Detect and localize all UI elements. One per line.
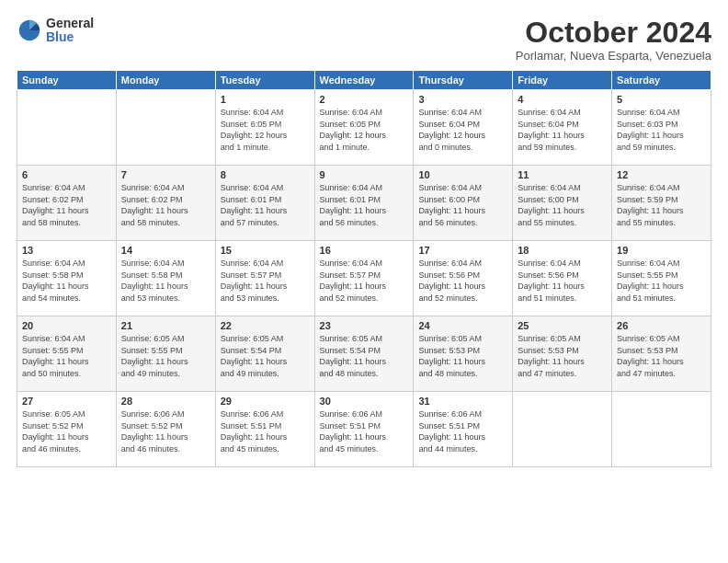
day-cell-4-1: 28Sunrise: 6:06 AM Sunset: 5:52 PM Dayli… (116, 392, 215, 467)
day-cell-4-4: 31Sunrise: 6:06 AM Sunset: 5:51 PM Dayli… (414, 392, 513, 467)
header-thursday: Thursday (414, 71, 513, 90)
day-number: 26 (617, 320, 706, 331)
day-cell-1-5: 11Sunrise: 6:04 AM Sunset: 6:00 PM Dayli… (513, 166, 612, 241)
day-cell-4-2: 29Sunrise: 6:06 AM Sunset: 5:51 PM Dayli… (215, 392, 314, 467)
day-number: 28 (121, 396, 210, 407)
day-cell-1-4: 10Sunrise: 6:04 AM Sunset: 6:00 PM Dayli… (414, 166, 513, 241)
day-number: 2 (320, 94, 409, 105)
day-cell-0-2: 1Sunrise: 6:04 AM Sunset: 6:05 PM Daylig… (215, 90, 314, 166)
day-cell-3-2: 22Sunrise: 6:05 AM Sunset: 5:54 PM Dayli… (215, 316, 314, 392)
day-cell-4-0: 27Sunrise: 6:05 AM Sunset: 5:52 PM Dayli… (17, 392, 117, 467)
day-number: 5 (617, 94, 706, 105)
header-saturday: Saturday (612, 71, 711, 90)
day-cell-2-4: 17Sunrise: 6:04 AM Sunset: 5:56 PM Dayli… (414, 241, 513, 316)
day-number: 16 (320, 245, 409, 256)
day-cell-0-0 (17, 90, 117, 166)
day-info: Sunrise: 6:04 AM Sunset: 6:04 PM Dayligh… (418, 107, 507, 153)
day-info: Sunrise: 6:05 AM Sunset: 5:54 PM Dayligh… (320, 333, 409, 379)
calendar-table: Sunday Monday Tuesday Wednesday Thursday… (17, 70, 711, 467)
header-row: Sunday Monday Tuesday Wednesday Thursday… (17, 71, 711, 90)
day-cell-0-1 (116, 90, 215, 166)
day-cell-2-3: 16Sunrise: 6:04 AM Sunset: 5:57 PM Dayli… (314, 241, 414, 316)
calendar-page: General Blue October 2024 Porlamar, Nuev… (0, 0, 728, 563)
day-info: Sunrise: 6:06 AM Sunset: 5:51 PM Dayligh… (320, 408, 409, 454)
day-info: Sunrise: 6:04 AM Sunset: 6:02 PM Dayligh… (121, 182, 210, 228)
title-section: October 2024 Porlamar, Nueva Esparta, Ve… (516, 17, 711, 63)
day-cell-3-4: 24Sunrise: 6:05 AM Sunset: 5:53 PM Dayli… (414, 316, 513, 392)
day-cell-0-6: 5Sunrise: 6:04 AM Sunset: 6:03 PM Daylig… (612, 90, 711, 166)
day-cell-3-1: 21Sunrise: 6:05 AM Sunset: 5:55 PM Dayli… (116, 316, 215, 392)
day-cell-3-0: 20Sunrise: 6:04 AM Sunset: 5:55 PM Dayli… (17, 316, 117, 392)
day-number: 7 (121, 169, 210, 180)
day-info: Sunrise: 6:06 AM Sunset: 5:52 PM Dayligh… (121, 408, 210, 454)
logo-text: General Blue (46, 17, 94, 45)
day-number: 8 (221, 169, 310, 180)
day-info: Sunrise: 6:05 AM Sunset: 5:52 PM Dayligh… (22, 408, 111, 454)
day-cell-2-5: 18Sunrise: 6:04 AM Sunset: 5:56 PM Dayli… (513, 241, 612, 316)
day-cell-2-6: 19Sunrise: 6:04 AM Sunset: 5:55 PM Dayli… (612, 241, 711, 316)
day-cell-3-6: 26Sunrise: 6:05 AM Sunset: 5:53 PM Dayli… (612, 316, 711, 392)
day-info: Sunrise: 6:04 AM Sunset: 5:59 PM Dayligh… (617, 182, 706, 228)
day-number: 17 (418, 245, 507, 256)
week-row-1: 6Sunrise: 6:04 AM Sunset: 6:02 PM Daylig… (17, 166, 711, 241)
day-cell-1-3: 9Sunrise: 6:04 AM Sunset: 6:01 PM Daylig… (314, 166, 414, 241)
day-number: 19 (617, 245, 706, 256)
day-number: 27 (22, 396, 111, 407)
day-cell-4-3: 30Sunrise: 6:06 AM Sunset: 5:51 PM Dayli… (314, 392, 414, 467)
logo-icon (17, 17, 42, 43)
day-number: 21 (121, 320, 210, 331)
day-info: Sunrise: 6:04 AM Sunset: 5:56 PM Dayligh… (518, 258, 607, 304)
week-row-0: 1Sunrise: 6:04 AM Sunset: 6:05 PM Daylig… (17, 90, 711, 166)
day-cell-1-6: 12Sunrise: 6:04 AM Sunset: 5:59 PM Dayli… (612, 166, 711, 241)
day-info: Sunrise: 6:05 AM Sunset: 5:53 PM Dayligh… (617, 333, 706, 379)
day-info: Sunrise: 6:04 AM Sunset: 5:55 PM Dayligh… (617, 258, 706, 304)
day-info: Sunrise: 6:04 AM Sunset: 5:57 PM Dayligh… (221, 258, 310, 304)
day-number: 1 (221, 94, 310, 105)
day-number: 29 (221, 396, 310, 407)
day-info: Sunrise: 6:04 AM Sunset: 5:56 PM Dayligh… (418, 258, 507, 304)
day-number: 20 (22, 320, 111, 331)
day-number: 9 (320, 169, 409, 180)
location-subtitle: Porlamar, Nueva Esparta, Venezuela (516, 49, 711, 63)
day-cell-1-1: 7Sunrise: 6:04 AM Sunset: 6:02 PM Daylig… (116, 166, 215, 241)
day-number: 30 (320, 396, 409, 407)
day-number: 14 (121, 245, 210, 256)
header-friday: Friday (513, 71, 612, 90)
day-cell-4-6 (612, 392, 711, 467)
header-wednesday: Wednesday (314, 71, 414, 90)
day-info: Sunrise: 6:05 AM Sunset: 5:53 PM Dayligh… (518, 333, 607, 379)
header-monday: Monday (116, 71, 215, 90)
logo-general: General (46, 17, 94, 30)
week-row-4: 27Sunrise: 6:05 AM Sunset: 5:52 PM Dayli… (17, 392, 711, 467)
logo-blue: Blue (46, 30, 94, 44)
day-cell-0-4: 3Sunrise: 6:04 AM Sunset: 6:04 PM Daylig… (414, 90, 513, 166)
day-cell-2-1: 14Sunrise: 6:04 AM Sunset: 5:58 PM Dayli… (116, 241, 215, 316)
day-info: Sunrise: 6:04 AM Sunset: 6:02 PM Dayligh… (22, 182, 111, 228)
day-cell-2-2: 15Sunrise: 6:04 AM Sunset: 5:57 PM Dayli… (215, 241, 314, 316)
day-info: Sunrise: 6:06 AM Sunset: 5:51 PM Dayligh… (221, 408, 310, 454)
day-cell-2-0: 13Sunrise: 6:04 AM Sunset: 5:58 PM Dayli… (17, 241, 117, 316)
week-row-3: 20Sunrise: 6:04 AM Sunset: 5:55 PM Dayli… (17, 316, 711, 392)
logo: General Blue (17, 17, 94, 45)
day-number: 12 (617, 169, 706, 180)
day-cell-0-3: 2Sunrise: 6:04 AM Sunset: 6:05 PM Daylig… (314, 90, 414, 166)
day-info: Sunrise: 6:04 AM Sunset: 6:03 PM Dayligh… (617, 107, 706, 153)
day-number: 4 (518, 94, 607, 105)
day-info: Sunrise: 6:04 AM Sunset: 6:00 PM Dayligh… (518, 182, 607, 228)
day-info: Sunrise: 6:04 AM Sunset: 5:58 PM Dayligh… (121, 258, 210, 304)
header-sunday: Sunday (17, 71, 117, 90)
day-info: Sunrise: 6:04 AM Sunset: 6:05 PM Dayligh… (320, 107, 409, 153)
day-number: 11 (518, 169, 607, 180)
day-number: 31 (418, 396, 507, 407)
day-info: Sunrise: 6:04 AM Sunset: 5:57 PM Dayligh… (320, 258, 409, 304)
day-info: Sunrise: 6:04 AM Sunset: 6:01 PM Dayligh… (221, 182, 310, 228)
day-number: 23 (320, 320, 409, 331)
day-cell-1-2: 8Sunrise: 6:04 AM Sunset: 6:01 PM Daylig… (215, 166, 314, 241)
day-number: 3 (418, 94, 507, 105)
day-number: 6 (22, 169, 111, 180)
header: General Blue October 2024 Porlamar, Nuev… (17, 17, 711, 63)
day-number: 24 (418, 320, 507, 331)
day-info: Sunrise: 6:05 AM Sunset: 5:54 PM Dayligh… (221, 333, 310, 379)
month-title: October 2024 (516, 17, 711, 49)
day-info: Sunrise: 6:05 AM Sunset: 5:55 PM Dayligh… (121, 333, 210, 379)
